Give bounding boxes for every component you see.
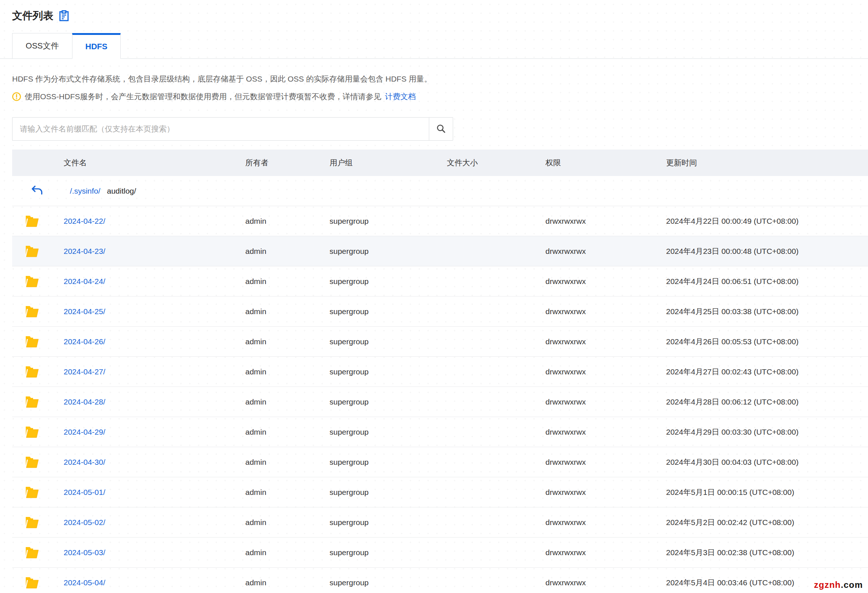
hdfs-description: HDFS 作为分布式文件存储系统，包含目录层级结构，底层存储基于 OSS，因此 … <box>12 74 868 84</box>
folder-link[interactable]: 2024-04-23/ <box>63 247 105 255</box>
owner-cell: admin <box>245 307 329 316</box>
file-name-cell: 2024-04-26/ <box>63 337 245 346</box>
group-cell: supergroup <box>329 368 447 376</box>
folder-link[interactable]: 2024-05-01/ <box>63 488 105 496</box>
row-icon-cell <box>12 365 63 378</box>
watermark-suffix: .com <box>841 580 863 590</box>
row-icon-cell <box>12 425 63 439</box>
folder-link[interactable]: 2024-04-29/ <box>63 428 105 436</box>
permission-cell: drwxrwxrwx <box>545 428 666 437</box>
row-icon-cell <box>12 486 63 499</box>
row-icon-cell <box>12 245 63 258</box>
table-row: 2024-04-25/ admin supergroup drwxrwxrwx … <box>12 296 868 327</box>
row-icon-cell <box>12 516 63 529</box>
group-cell: supergroup <box>329 277 447 286</box>
permission-cell: drwxrwxrwx <box>545 488 666 497</box>
clipboard-icon[interactable] <box>59 10 69 21</box>
permission-cell: drwxrwxrwx <box>545 518 666 527</box>
row-icon-cell <box>12 215 63 228</box>
owner-cell: admin <box>245 428 329 437</box>
folder-icon <box>24 516 40 529</box>
tab-hdfs[interactable]: HDFS <box>72 33 121 59</box>
row-icon-cell <box>12 275 63 288</box>
row-icon-cell <box>12 305 63 318</box>
folder-icon <box>24 245 40 258</box>
updated-cell: 2024年4月29日 00:03:30 (UTC+08:00) <box>666 427 868 437</box>
search-input[interactable] <box>12 117 429 141</box>
updated-cell: 2024年5月2日 00:02:42 (UTC+08:00) <box>666 517 868 528</box>
table-row: 2024-04-30/ admin supergroup drwxrwxrwx … <box>12 447 868 477</box>
breadcrumb-current: auditlog/ <box>107 187 136 195</box>
folder-icon <box>24 275 40 288</box>
file-name-cell: 2024-04-27/ <box>63 368 245 376</box>
permission-cell: drwxrwxrwx <box>545 397 666 406</box>
owner-cell: admin <box>245 247 329 256</box>
file-name-cell: 2024-04-28/ <box>63 397 245 406</box>
page-header: 文件列表 <box>0 8 868 24</box>
col-filename: 文件名 <box>63 157 245 168</box>
folder-link[interactable]: 2024-05-04/ <box>63 578 105 587</box>
col-updated: 更新时间 <box>666 157 868 168</box>
updated-cell: 2024年4月28日 00:06:12 (UTC+08:00) <box>666 397 868 407</box>
folder-icon <box>24 546 40 559</box>
tab-oss-files-label: OSS文件 <box>26 40 59 52</box>
search-icon <box>436 124 446 134</box>
owner-cell: admin <box>245 578 329 587</box>
group-cell: supergroup <box>329 488 447 497</box>
file-list-page: 文件列表 OSS文件 HDFS HDFS 作为分布式文件存储系统，包含目录层级结… <box>0 0 868 593</box>
group-cell: supergroup <box>329 217 447 225</box>
file-name-cell: 2024-04-23/ <box>63 247 245 256</box>
permission-cell: drwxrwxrwx <box>545 337 666 346</box>
updated-cell: 2024年5月3日 00:02:38 (UTC+08:00) <box>666 547 868 558</box>
group-cell: supergroup <box>329 578 447 587</box>
breadcrumb-parent-link[interactable]: /.sysinfo/ <box>70 187 100 195</box>
breadcrumb: /.sysinfo/ auditlog/ <box>63 187 868 196</box>
owner-cell: admin <box>245 397 329 406</box>
folder-link[interactable]: 2024-04-30/ <box>63 458 105 466</box>
table-row: 2024-04-24/ admin supergroup drwxrwxrwx … <box>12 266 868 296</box>
folder-link[interactable]: 2024-04-28/ <box>63 397 105 406</box>
folder-link[interactable]: 2024-04-27/ <box>63 368 105 376</box>
group-cell: supergroup <box>329 307 447 316</box>
folder-icon <box>24 215 40 228</box>
group-cell: supergroup <box>329 518 447 527</box>
file-name-cell: 2024-05-02/ <box>63 518 245 527</box>
table-row: 2024-05-02/ admin supergroup drwxrwxrwx … <box>12 508 868 537</box>
file-name-cell: 2024-05-04/ <box>63 578 245 587</box>
watermark-brand: zgznh <box>814 580 841 590</box>
row-icon-cell <box>12 576 63 589</box>
row-icon-cell <box>12 395 63 409</box>
tab-oss-files[interactable]: OSS文件 <box>12 33 72 59</box>
updated-cell: 2024年4月22日 00:00:49 (UTC+08:00) <box>666 216 868 226</box>
back-button[interactable] <box>31 185 43 197</box>
search-button[interactable] <box>429 117 453 141</box>
file-name-cell: 2024-05-01/ <box>63 488 245 497</box>
table-row: 2024-05-04/ admin supergroup drwxrwxrwx … <box>12 568 868 593</box>
folder-link[interactable]: 2024-04-25/ <box>63 307 105 316</box>
row-icon-cell <box>12 546 63 559</box>
permission-cell: drwxrwxrwx <box>545 247 666 256</box>
table-row: 2024-04-26/ admin supergroup drwxrwxrwx … <box>12 327 868 357</box>
table-row: 2024-04-28/ admin supergroup drwxrwxrwx … <box>12 387 868 417</box>
billing-doc-link[interactable]: 计费文档 <box>385 91 416 102</box>
folder-link[interactable]: 2024-05-03/ <box>63 548 105 557</box>
row-icon-cell <box>12 335 63 348</box>
folder-link[interactable]: 2024-04-22/ <box>63 217 105 225</box>
group-cell: supergroup <box>329 337 447 346</box>
folder-link[interactable]: 2024-04-26/ <box>63 337 105 346</box>
updated-cell: 2024年5月1日 00:00:15 (UTC+08:00) <box>666 487 868 497</box>
warning-icon <box>12 92 21 101</box>
group-cell: supergroup <box>329 428 447 437</box>
permission-cell: drwxrwxrwx <box>545 217 666 225</box>
file-name-cell: 2024-04-22/ <box>63 217 245 225</box>
updated-cell: 2024年4月27日 00:02:43 (UTC+08:00) <box>666 367 868 377</box>
file-name-cell: 2024-04-29/ <box>63 428 245 437</box>
folder-link[interactable]: 2024-05-02/ <box>63 518 105 527</box>
breadcrumb-icon-cell <box>12 185 63 197</box>
tab-hdfs-label: HDFS <box>85 42 108 52</box>
folder-link[interactable]: 2024-04-24/ <box>63 277 105 285</box>
table-row: 2024-05-01/ admin supergroup drwxrwxrwx … <box>12 477 868 508</box>
folder-icon <box>24 576 40 589</box>
table-row: 2024-04-22/ admin supergroup drwxrwxrwx … <box>12 206 868 236</box>
updated-cell: 2024年4月25日 00:03:38 (UTC+08:00) <box>666 306 868 317</box>
